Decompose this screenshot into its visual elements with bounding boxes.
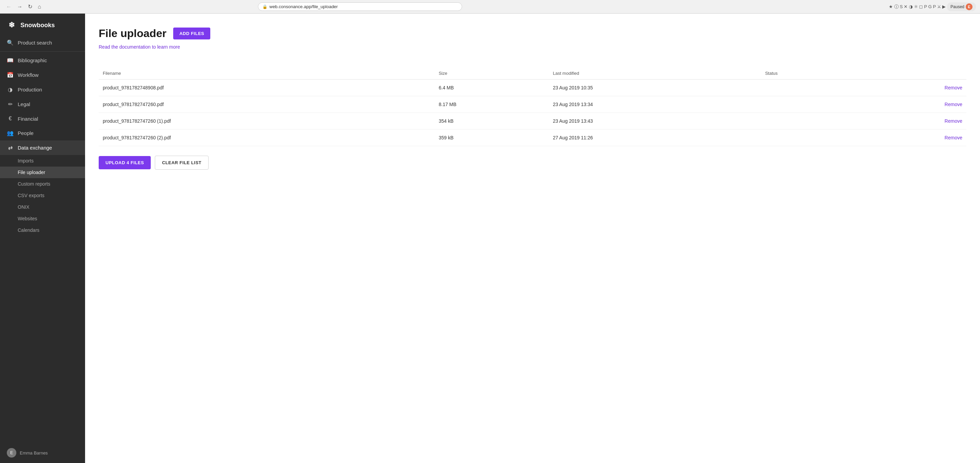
cell-status xyxy=(761,130,852,146)
actions-row: UPLOAD 4 FILES CLEAR FILE LIST xyxy=(99,156,966,170)
cell-remove: Remove xyxy=(853,79,966,96)
calendar-icon: 📅 xyxy=(7,72,14,78)
book-icon: 📖 xyxy=(7,57,14,63)
upload-button[interactable]: UPLOAD 4 FILES xyxy=(99,156,151,169)
sidebar-item-label: Legal xyxy=(18,101,30,107)
cell-last-modified: 23 Aug 2019 13:43 xyxy=(549,113,761,130)
back-button[interactable]: ← xyxy=(4,2,14,11)
cell-last-modified: 23 Aug 2019 13:34 xyxy=(549,96,761,113)
cell-size: 6.4 MB xyxy=(434,79,549,96)
sidebar-item-label: Data exchange xyxy=(18,145,52,151)
cell-filename: product_9781782748908.pdf xyxy=(99,79,434,96)
remove-link[interactable]: Remove xyxy=(945,101,962,107)
table-row: product_9781782748908.pdf 6.4 MB 23 Aug … xyxy=(99,79,966,96)
sidebar-item-label: Workflow xyxy=(18,72,38,78)
remove-link[interactable]: Remove xyxy=(945,118,962,124)
table-row: product_9781782747260.pdf 8.17 MB 23 Aug… xyxy=(99,96,966,113)
cell-size: 354 kB xyxy=(434,113,549,130)
sidebar-sub-item-onix[interactable]: ONIX xyxy=(0,201,85,213)
cell-status xyxy=(761,79,852,96)
reload-button[interactable]: ↻ xyxy=(26,2,34,11)
sidebar: ❄ Snowbooks 🔍 Product search 📖 Bibliogra… xyxy=(0,14,85,463)
main-content: File uploader ADD FILES Read the documen… xyxy=(85,14,980,463)
search-icon: 🔍 xyxy=(7,40,14,46)
user-avatar: E xyxy=(966,3,972,10)
sidebar-item-production[interactable]: ◑ Production xyxy=(0,82,85,97)
sidebar-sub-item-websites[interactable]: Websites xyxy=(0,213,85,224)
snowflake-icon: ❄ xyxy=(7,21,16,30)
sidebar-logo[interactable]: ❄ Snowbooks xyxy=(0,14,85,35)
cell-remove: Remove xyxy=(853,130,966,146)
financial-icon: € xyxy=(7,116,14,122)
sidebar-sub-item-csv-exports[interactable]: CSV exports xyxy=(0,190,85,201)
cell-filename: product_9781782747260 (2).pdf xyxy=(99,130,434,146)
app-layout: ❄ Snowbooks 🔍 Product search 📖 Bibliogra… xyxy=(0,14,980,463)
col-last-modified: Last modified xyxy=(549,67,761,79)
production-icon: ◑ xyxy=(7,86,14,93)
sidebar-item-label: Product search xyxy=(18,40,52,46)
cell-filename: product_9781782747260 (1).pdf xyxy=(99,113,434,130)
cell-last-modified: 23 Aug 2019 10:35 xyxy=(549,79,761,96)
sidebar-sub-item-imports[interactable]: Imports xyxy=(0,155,85,166)
browser-chrome: ← → ↻ ⌂ 🔒 web.consonance.app/file_upload… xyxy=(0,0,980,14)
sidebar-item-label: Production xyxy=(18,87,42,92)
sidebar-item-financial[interactable]: € Financial xyxy=(0,111,85,126)
user-name: Emma Barnes xyxy=(20,450,48,455)
sidebar-item-label: Financial xyxy=(18,116,38,122)
sidebar-sub-items: Imports File uploader Custom reports CSV… xyxy=(0,155,85,236)
sidebar-sub-item-file-uploader[interactable]: File uploader xyxy=(0,166,85,178)
extensions-area: ★ ⓘ S ✕ ◑ ⚛ ◻ P G P ⚔ ▶ xyxy=(889,4,946,10)
table-row: product_9781782747260 (2).pdf 359 kB 27 … xyxy=(99,130,966,146)
user-footer: E Emma Barnes xyxy=(0,442,85,463)
home-button[interactable]: ⌂ xyxy=(36,2,43,11)
cell-size: 359 kB xyxy=(434,130,549,146)
sidebar-item-label: People xyxy=(18,130,34,136)
sidebar-item-data-exchange[interactable]: ⇄ Data exchange xyxy=(0,140,85,155)
cell-last-modified: 27 Aug 2019 11:26 xyxy=(549,130,761,146)
browser-actions: ★ ⓘ S ✕ ◑ ⚛ ◻ P G P ⚔ ▶ Paused E xyxy=(889,2,976,11)
status-pill: Paused E xyxy=(947,2,976,11)
cell-remove: Remove xyxy=(853,113,966,130)
sidebar-item-workflow[interactable]: 📅 Workflow xyxy=(0,68,85,82)
sidebar-item-product-search[interactable]: 🔍 Product search xyxy=(0,35,85,50)
cell-status xyxy=(761,113,852,130)
address-bar[interactable]: 🔒 web.consonance.app/file_uploader xyxy=(258,2,462,11)
sidebar-sub-item-custom-reports[interactable]: Custom reports xyxy=(0,178,85,190)
cell-size: 8.17 MB xyxy=(434,96,549,113)
add-files-button[interactable]: ADD FILES xyxy=(173,27,210,40)
page-title: File uploader xyxy=(99,27,166,40)
cell-status xyxy=(761,96,852,113)
data-exchange-icon: ⇄ xyxy=(7,144,14,151)
sidebar-divider-1 xyxy=(0,51,85,52)
user-avatar-sidebar: E xyxy=(7,448,16,458)
nav-buttons: ← → ↻ ⌂ xyxy=(4,2,43,11)
col-filename: Filename xyxy=(99,67,434,79)
documentation-link[interactable]: Read the documentation to learn more xyxy=(99,44,180,50)
sidebar-item-bibliographic[interactable]: 📖 Bibliographic xyxy=(0,53,85,68)
cell-filename: product_9781782747260.pdf xyxy=(99,96,434,113)
sidebar-item-people[interactable]: 👥 People xyxy=(0,126,85,140)
col-size: Size xyxy=(434,67,549,79)
cell-remove: Remove xyxy=(853,96,966,113)
remove-link[interactable]: Remove xyxy=(945,85,962,90)
sidebar-logo-label: Snowbooks xyxy=(21,22,55,29)
table-header: Filename Size Last modified Status xyxy=(99,67,966,79)
file-table: Filename Size Last modified Status produ… xyxy=(99,67,966,146)
lock-icon: 🔒 xyxy=(262,5,267,9)
address-text: web.consonance.app/file_uploader xyxy=(269,4,458,9)
clear-button[interactable]: CLEAR FILE LIST xyxy=(155,156,208,170)
people-icon: 👥 xyxy=(7,130,14,136)
sidebar-item-label: Bibliographic xyxy=(18,57,47,63)
sidebar-item-legal[interactable]: ✏ Legal xyxy=(0,97,85,111)
table-body: product_9781782748908.pdf 6.4 MB 23 Aug … xyxy=(99,79,966,146)
col-status: Status xyxy=(761,67,852,79)
legal-icon: ✏ xyxy=(7,101,14,108)
sidebar-sub-item-calendars[interactable]: Calendars xyxy=(0,224,85,236)
page-header: File uploader ADD FILES xyxy=(99,27,966,40)
remove-link[interactable]: Remove xyxy=(945,135,962,140)
forward-button[interactable]: → xyxy=(15,2,24,11)
col-actions xyxy=(853,67,966,79)
table-row: product_9781782747260 (1).pdf 354 kB 23 … xyxy=(99,113,966,130)
